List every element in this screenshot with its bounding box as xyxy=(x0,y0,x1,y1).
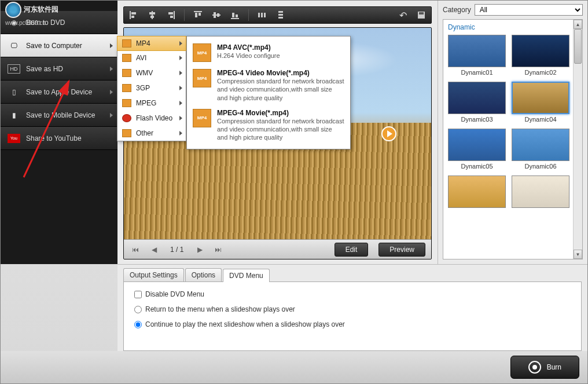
format-submenu: MP4 AVI WMV 3GP MPEG Flash Video Other xyxy=(117,36,186,141)
chevron-right-icon xyxy=(179,86,182,90)
svg-rect-20 xyxy=(261,13,263,17)
burn-button[interactable]: Burn xyxy=(510,356,579,379)
chevron-right-icon xyxy=(110,43,113,48)
format-mp4[interactable]: MP4 xyxy=(117,36,186,51)
prev-page-icon[interactable]: ◀ xyxy=(148,244,160,255)
svg-rect-6 xyxy=(150,16,154,18)
disable-dvd-menu-checkbox[interactable] xyxy=(134,291,142,298)
theme-item[interactable] xyxy=(448,175,506,210)
format-mpeg[interactable]: MPEG xyxy=(117,96,186,111)
svg-rect-18 xyxy=(236,14,238,17)
film-icon xyxy=(122,84,131,92)
phone-icon: ▯ xyxy=(8,87,20,97)
svg-rect-2 xyxy=(131,12,136,14)
svg-rect-12 xyxy=(199,13,201,16)
tab-dvd-menu[interactable]: DVD Menu xyxy=(223,269,270,282)
chevron-right-icon xyxy=(179,131,182,136)
format-wmv[interactable]: WMV xyxy=(117,65,186,81)
svg-rect-21 xyxy=(264,13,266,17)
film-icon xyxy=(122,69,131,77)
scroll-up-icon[interactable]: ▲ xyxy=(574,20,582,29)
first-page-icon[interactable]: ⏮ xyxy=(130,244,141,255)
last-page-icon[interactable]: ⏭ xyxy=(212,244,224,255)
next-page-icon[interactable]: ▶ xyxy=(194,244,205,255)
scroll-thumb[interactable] xyxy=(574,29,582,64)
sidebar-save-computer[interactable]: 🖵 Save to Computer xyxy=(1,34,117,57)
distribute-v-icon[interactable] xyxy=(275,10,286,20)
svg-rect-10 xyxy=(194,11,202,12)
preview-button[interactable]: Preview xyxy=(378,243,425,257)
theme-item[interactable]: Dynamic03 xyxy=(448,82,506,123)
format-flash[interactable]: Flash Video xyxy=(117,111,186,126)
svg-rect-3 xyxy=(131,16,134,18)
sidebar-save-hd[interactable]: HD Save as HD xyxy=(1,57,117,81)
sidebar-share-youtube[interactable]: You Share to YouTube xyxy=(1,127,117,150)
codec-mpeg4-video[interactable]: MP4 MPEG-4 Video Movie(*.mp4)Compression… xyxy=(187,65,350,105)
sidebar-save-apple[interactable]: ▯ Save to Apple Device xyxy=(1,81,117,104)
theme-item[interactable]: Dynamic04 xyxy=(512,82,569,123)
continue-play-radio[interactable] xyxy=(134,321,142,328)
codec-mpeg4-movie[interactable]: MP4 MPEG-4 Movie(*.mp4)Compression stand… xyxy=(187,105,350,145)
burn-icon xyxy=(528,361,541,374)
sidebar-save-mobile[interactable]: ▮ Save to Mobile Device xyxy=(1,104,117,127)
theme-scrollbar[interactable]: ▲ ▼ xyxy=(573,20,582,259)
bottom-panel: Output Settings Options DVD Menu Disable… xyxy=(117,264,587,351)
theme-panel: Category All Dynamic Dynamic01 Dynamic02… xyxy=(438,1,587,264)
svg-rect-23 xyxy=(278,14,283,16)
youtube-icon: You xyxy=(8,134,20,143)
align-top-icon[interactable] xyxy=(193,10,203,20)
chevron-right-icon xyxy=(110,67,113,71)
svg-rect-17 xyxy=(232,13,234,17)
format-3gp[interactable]: 3GP xyxy=(117,81,186,96)
film-icon xyxy=(122,129,131,137)
theme-item[interactable]: Dynamic02 xyxy=(512,35,569,76)
chevron-right-icon xyxy=(110,113,113,118)
chevron-right-icon xyxy=(179,116,182,120)
save-icon[interactable] xyxy=(416,10,427,20)
align-left-icon[interactable] xyxy=(128,10,139,20)
category-select[interactable]: All xyxy=(475,4,583,16)
align-center-h-icon[interactable] xyxy=(147,10,157,20)
scroll-down-icon[interactable]: ▼ xyxy=(574,250,582,259)
sidebar: 河东软件园 www.pc0359.cn ◉ Burn to DVD 🖵 Save… xyxy=(1,1,117,264)
theme-item[interactable]: Dynamic01 xyxy=(448,35,506,76)
edit-button[interactable]: Edit xyxy=(335,243,369,257)
chevron-right-icon xyxy=(179,71,182,75)
play-button-icon[interactable] xyxy=(381,126,396,141)
film-icon xyxy=(122,99,131,107)
theme-item[interactable] xyxy=(512,175,569,210)
align-right-icon[interactable] xyxy=(166,10,176,20)
codec-mp4-avc[interactable]: MP4 MP4 AVC(*.mp4)H.264 Video configure xyxy=(187,40,350,65)
svg-rect-7 xyxy=(174,11,175,19)
return-to-menu-radio[interactable] xyxy=(134,306,142,313)
mp4-file-icon: MP4 xyxy=(193,43,211,62)
align-middle-icon[interactable] xyxy=(211,10,222,20)
svg-rect-22 xyxy=(278,11,283,13)
film-icon xyxy=(122,39,131,47)
align-bottom-icon[interactable] xyxy=(230,10,240,20)
tab-output-settings[interactable]: Output Settings xyxy=(123,268,184,281)
pager-bar: ⏮ ◀ 1 / 1 ▶ ⏭ Edit Preview xyxy=(124,239,431,259)
svg-rect-26 xyxy=(419,12,424,14)
svg-rect-14 xyxy=(214,12,216,18)
align-toolbar: ↶ xyxy=(123,6,432,24)
flash-icon xyxy=(122,114,131,122)
theme-item[interactable]: Dynamic06 xyxy=(512,129,569,170)
distribute-h-icon[interactable] xyxy=(257,10,267,20)
chevron-right-icon xyxy=(179,56,182,60)
theme-item[interactable]: Dynamic05 xyxy=(448,129,506,170)
svg-rect-19 xyxy=(258,13,260,17)
tab-options[interactable]: Options xyxy=(185,268,222,281)
svg-rect-5 xyxy=(149,12,155,14)
svg-rect-8 xyxy=(168,12,173,14)
svg-rect-1 xyxy=(130,11,131,19)
mp4-file-icon: MP4 xyxy=(193,109,211,127)
svg-rect-24 xyxy=(278,17,283,19)
svg-rect-16 xyxy=(231,18,239,19)
undo-icon[interactable]: ↶ xyxy=(398,10,408,20)
format-other[interactable]: Other xyxy=(117,126,186,141)
hd-icon: HD xyxy=(8,64,20,74)
format-avi[interactable]: AVI xyxy=(117,50,186,65)
page-indicator: 1 / 1 xyxy=(170,246,183,254)
mp4-file-icon: MP4 xyxy=(193,69,211,87)
